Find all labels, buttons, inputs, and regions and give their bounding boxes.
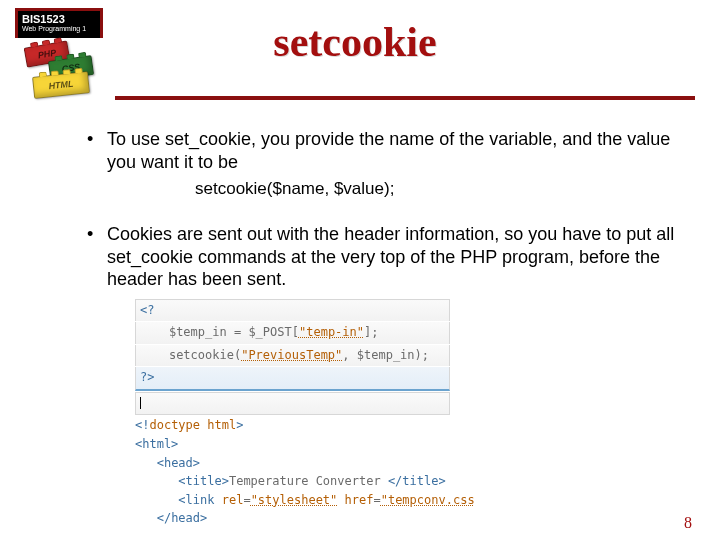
snippet-href: "tempconv.css bbox=[381, 493, 475, 507]
bullet-2: Cookies are sent out with the header inf… bbox=[75, 223, 675, 291]
slide: BIS1523 Web Programming 1 PHP CSS HTML s… bbox=[0, 0, 720, 540]
snippet-html-open: <html> bbox=[135, 437, 178, 451]
cursor-icon bbox=[140, 397, 141, 409]
snippet-arg2: $temp_in bbox=[357, 348, 415, 362]
snippet-setcookie-fn: setcookie( bbox=[169, 348, 241, 362]
snippet-post: $_POST bbox=[248, 325, 291, 339]
page-number: 8 bbox=[684, 514, 692, 532]
snippet-head-open: <head> bbox=[157, 456, 200, 470]
snippet-php-close: ?> bbox=[140, 370, 154, 384]
code-snippet: <? $temp_in = $_POST["temp-in"]; setcook… bbox=[135, 299, 675, 529]
title-underline bbox=[115, 96, 695, 100]
snippet-php-open: <? bbox=[140, 303, 154, 317]
lego-label-html: HTML bbox=[33, 72, 89, 98]
slide-body: To use set_cookie, you provide the name … bbox=[75, 128, 675, 528]
snippet-doctype: doctype html bbox=[149, 418, 236, 432]
snippet-head-close: </head> bbox=[157, 511, 208, 525]
inline-code: setcookie($name, $value); bbox=[75, 179, 675, 199]
lego-brick-yellow: HTML bbox=[32, 71, 90, 99]
snippet-arg1: "PreviousTemp" bbox=[241, 348, 342, 362]
snippet-post-key: "temp-in" bbox=[299, 325, 364, 339]
snippet-title-text: Temperature Converter bbox=[229, 474, 388, 488]
snippet-var: $temp_in bbox=[169, 325, 227, 339]
slide-header: BIS1523 Web Programming 1 PHP CSS HTML s… bbox=[15, 8, 695, 108]
bullet-1: To use set_cookie, you provide the name … bbox=[75, 128, 675, 173]
page-title: setcookie bbox=[15, 18, 695, 66]
